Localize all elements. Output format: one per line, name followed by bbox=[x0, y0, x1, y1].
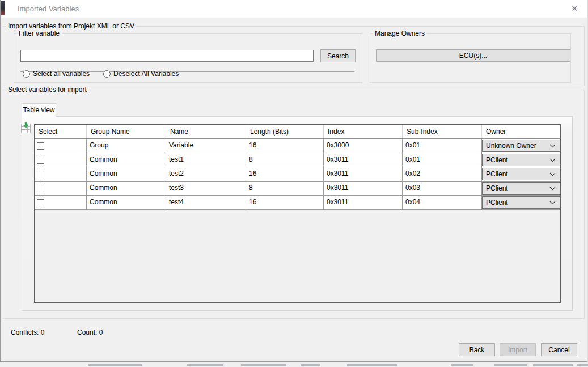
owner-dropdown-value: PClient bbox=[486, 184, 508, 192]
owner-dropdown[interactable]: PClient bbox=[482, 154, 561, 166]
back-button[interactable]: Back bbox=[459, 343, 495, 356]
cell-name: test3 bbox=[166, 182, 246, 195]
owner-dropdown-value: PClient bbox=[486, 199, 508, 206]
owner-dropdown[interactable]: PClient bbox=[482, 168, 561, 180]
selection-radio-row: Select all variables Deselect All Variab… bbox=[23, 70, 192, 78]
cell-length-bits: 8 bbox=[246, 182, 324, 195]
cell-length-bits: 16 bbox=[246, 167, 324, 181]
column-header-sub-index[interactable]: Sub-Index bbox=[403, 125, 482, 138]
column-header-owner[interactable]: Owner bbox=[482, 125, 561, 138]
table-import-icon[interactable] bbox=[21, 122, 31, 134]
cell-owner: PClient bbox=[482, 182, 561, 195]
row-checkbox[interactable] bbox=[37, 199, 44, 206]
cell-select bbox=[35, 139, 87, 153]
chevron-down-icon bbox=[549, 201, 556, 205]
cell-index: 0x3011 bbox=[324, 182, 403, 195]
background-artifact bbox=[533, 364, 573, 366]
cell-name: test2 bbox=[166, 167, 246, 181]
table-row[interactable]: Common test4 16 0x3011 0x04 PClient bbox=[35, 196, 560, 210]
background-artifact bbox=[577, 364, 588, 366]
chevron-down-icon bbox=[549, 187, 556, 191]
ecus-button[interactable]: ECU(s)... bbox=[376, 49, 570, 62]
column-header-group-name[interactable]: Group Name bbox=[87, 125, 166, 138]
search-button[interactable]: Search bbox=[320, 49, 356, 62]
cell-length-bits: 16 bbox=[246, 139, 324, 153]
select-variables-groupbox: Select variables for import Table view bbox=[3, 90, 585, 319]
cell-group-name: Common bbox=[87, 182, 166, 195]
column-header-name[interactable]: Name bbox=[166, 125, 246, 138]
cell-length-bits: 8 bbox=[246, 153, 324, 167]
import-button[interactable]: Import bbox=[500, 343, 536, 356]
row-checkbox[interactable] bbox=[37, 171, 44, 178]
owner-dropdown-value: PClient bbox=[486, 170, 508, 178]
cell-owner: PClient bbox=[482, 167, 561, 181]
background-artifact bbox=[451, 364, 473, 366]
table-row[interactable]: Group Variable 16 0x3000 0x01 Unknown Ow… bbox=[35, 139, 560, 153]
background-artifact bbox=[494, 364, 527, 366]
conflicts-label: Conflicts: 0 bbox=[11, 328, 44, 336]
cell-owner: PClient bbox=[482, 153, 561, 167]
owner-dropdown[interactable]: PClient bbox=[482, 182, 561, 195]
cell-name: test4 bbox=[166, 196, 246, 209]
cell-name: Variable bbox=[166, 139, 246, 153]
cell-group-name: Common bbox=[87, 196, 166, 209]
background-artifact bbox=[301, 364, 320, 366]
deselect-all-radio-label: Deselect All Variables bbox=[113, 70, 179, 78]
cell-group-name: Group bbox=[87, 139, 166, 153]
cell-select bbox=[35, 153, 87, 167]
owner-dropdown[interactable]: Unknown Owner bbox=[482, 140, 561, 152]
filter-input[interactable] bbox=[20, 50, 314, 62]
count-label: Count: 0 bbox=[77, 328, 103, 336]
column-header-select[interactable]: Select bbox=[35, 125, 87, 138]
cell-group-name: Common bbox=[87, 167, 166, 181]
column-header-index[interactable]: Index bbox=[324, 125, 403, 138]
deselect-all-radio[interactable] bbox=[103, 70, 111, 78]
filter-variable-groupbox-label: Filter variable bbox=[16, 29, 62, 37]
import-variables-groupbox-label: Import variables from Projekt XML or CSV bbox=[6, 22, 137, 30]
manage-owners-groupbox: Manage Owners ECU(s)... bbox=[370, 33, 571, 83]
cell-index: 0x3000 bbox=[324, 139, 403, 153]
dialog-titlebar[interactable]: Imported Variables ✕ bbox=[1, 0, 587, 18]
cell-index: 0x3011 bbox=[324, 153, 403, 167]
cell-sub-index: 0x04 bbox=[403, 196, 482, 209]
chevron-down-icon bbox=[549, 158, 556, 162]
table-row[interactable]: Common test2 16 0x3011 0x02 PClient bbox=[35, 167, 560, 182]
manage-owners-groupbox-label: Manage Owners bbox=[373, 29, 427, 37]
cell-sub-index: 0x03 bbox=[403, 182, 482, 195]
column-header-length-bits[interactable]: Length (Bits) bbox=[246, 125, 324, 138]
owner-dropdown[interactable]: PClient bbox=[482, 196, 561, 209]
variables-table: Select Group Name Name Length (Bits) Ind… bbox=[34, 124, 561, 303]
cancel-button[interactable]: Cancel bbox=[541, 343, 577, 356]
background-artifact bbox=[241, 364, 286, 366]
background-artifact bbox=[347, 364, 397, 366]
table-row[interactable]: Common test1 8 0x3011 0x01 PClient bbox=[35, 153, 560, 167]
cell-owner: PClient bbox=[482, 196, 561, 209]
filter-variable-groupbox: Filter variable Search Select all variab… bbox=[14, 33, 362, 83]
owner-dropdown-value: PClient bbox=[486, 156, 508, 164]
background-artifact bbox=[187, 364, 223, 366]
cell-index: 0x3011 bbox=[324, 167, 403, 181]
cell-select bbox=[35, 196, 87, 209]
cell-name: test1 bbox=[166, 153, 246, 167]
cell-owner: Unknown Owner bbox=[482, 139, 561, 153]
select-all-radio[interactable] bbox=[23, 70, 30, 78]
table-body: Group Variable 16 0x3000 0x01 Unknown Ow… bbox=[35, 139, 560, 210]
select-variables-groupbox-label: Select variables for import bbox=[6, 86, 89, 94]
close-icon[interactable]: ✕ bbox=[565, 0, 583, 18]
row-checkbox[interactable] bbox=[37, 185, 44, 192]
table-row[interactable]: Common test3 8 0x3011 0x03 PClient bbox=[35, 182, 560, 196]
chevron-down-icon bbox=[549, 172, 556, 176]
select-all-radio-label: Select all variables bbox=[33, 70, 90, 78]
row-checkbox[interactable] bbox=[37, 142, 44, 150]
cell-sub-index: 0x01 bbox=[403, 139, 482, 153]
cell-select bbox=[35, 167, 87, 181]
chevron-down-icon bbox=[549, 144, 556, 148]
dialog-title: Imported Variables bbox=[18, 0, 79, 18]
cell-index: 0x3011 bbox=[324, 196, 403, 209]
background-app-strip bbox=[0, 362, 588, 367]
cell-group-name: Common bbox=[87, 153, 166, 167]
tab-table-view[interactable]: Table view bbox=[22, 103, 56, 117]
cell-sub-index: 0x01 bbox=[403, 153, 482, 167]
cell-sub-index: 0x02 bbox=[403, 167, 482, 181]
row-checkbox[interactable] bbox=[37, 157, 44, 164]
